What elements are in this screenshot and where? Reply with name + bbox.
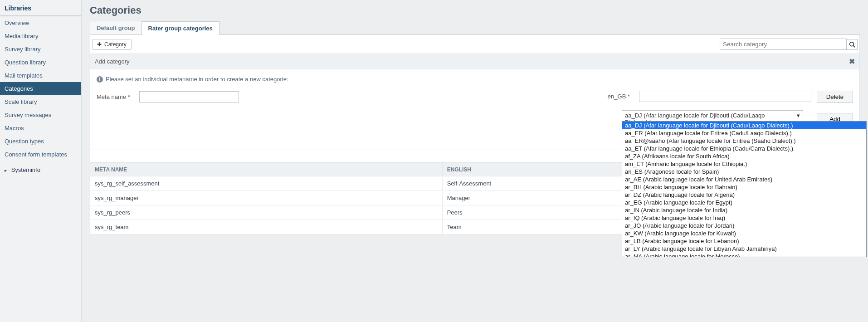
language-option[interactable]: ar_IN (Arabic language locale for India) <box>622 206 866 214</box>
sidebar: Libraries OverviewMedia librarySurvey li… <box>0 0 82 322</box>
cell-meta: sys_rg_manager <box>90 191 443 205</box>
meta-name-input[interactable] <box>139 91 239 102</box>
language-option[interactable]: aa_DJ (Afar language locale for Djibouti… <box>622 122 866 129</box>
svg-point-0 <box>849 42 853 46</box>
language-option[interactable]: aa_ET (Afar language locale for Ethiopia… <box>622 145 866 152</box>
sidebar-item-consent-form-templates[interactable]: Consent form templates <box>0 148 81 161</box>
language-option[interactable]: af_ZA (Afrikaans locale for South Africa… <box>622 152 866 160</box>
sidebar-list: OverviewMedia librarySurvey libraryQuest… <box>0 16 81 161</box>
language-option[interactable]: ar_EG (Arabic language locale for Egypt) <box>622 199 866 206</box>
panel-title: Add category <box>95 58 130 65</box>
sidebar-item-mail-templates[interactable]: Mail templates <box>0 69 81 82</box>
meta-name-label: Meta name * <box>97 93 130 100</box>
sidebar-item-macros[interactable]: Macros <box>0 122 81 135</box>
tabs: Default groupRater group categories <box>90 21 860 35</box>
cell-meta: sys_rg_team <box>90 220 443 234</box>
locale-label: en_GB * <box>608 93 630 100</box>
sidebar-item-overview[interactable]: Overview <box>0 16 81 29</box>
panel-body: i Please set an individual metaname in o… <box>90 69 860 150</box>
info-line: i Please set an individual metaname in o… <box>97 76 853 83</box>
info-text: Please set an individual metaname in ord… <box>106 76 288 83</box>
toolbar: ✚ Category <box>90 35 860 54</box>
cell-meta: sys_rg_peers <box>90 205 443 220</box>
cell-meta: sys_rg_self_assessment <box>90 176 443 191</box>
add-category-button[interactable]: ✚ Category <box>92 39 132 50</box>
sidebar-item-question-types[interactable]: Question types <box>0 135 81 148</box>
tab-default-group[interactable]: Default group <box>90 21 142 34</box>
language-option[interactable]: ar_JO (Arabic language locale for Jordan… <box>622 222 866 229</box>
sidebar-item-categories[interactable]: Categories <box>0 82 81 95</box>
language-dropdown[interactable]: aa_DJ (Afar language locale for Djibouti… <box>622 121 867 257</box>
page-title: Categories <box>90 5 860 16</box>
sidebar-item-question-library[interactable]: Question library <box>0 56 81 69</box>
language-option[interactable]: an_ES (Aragonese locale for Spain) <box>622 168 866 176</box>
svg-line-1 <box>853 45 855 47</box>
search-input[interactable] <box>720 39 847 50</box>
caret-right-icon: ▸ <box>5 168 7 173</box>
sidebar-item-scale-library[interactable]: Scale library <box>0 95 81 108</box>
tab-rater-group-categories[interactable]: Rater group categories <box>141 21 219 35</box>
language-option[interactable]: ar_BH (Arabic language locale for Bahrai… <box>622 183 866 191</box>
language-option[interactable]: ar_DZ (Arabic language locale for Algeri… <box>622 191 866 199</box>
language-option[interactable]: ar_LB (Arabic language locale for Lebano… <box>622 237 866 245</box>
col-meta[interactable]: META NAME <box>90 163 443 176</box>
language-option[interactable]: ar_AE (Arabic language locale for United… <box>622 176 866 183</box>
language-select-wrap: aa_DJ (Afar language locale for Djibouti… <box>622 110 803 127</box>
delete-button[interactable]: Delete <box>817 91 853 103</box>
language-option[interactable]: aa_ER (Afar language locale for Eritrea … <box>622 129 866 137</box>
language-option[interactable]: aa_ER@saaho (Afar language locale for Er… <box>622 137 866 145</box>
language-option[interactable]: ar_IQ (Arabic language locale for Iraq) <box>622 214 866 222</box>
plus-icon: ✚ <box>97 41 102 48</box>
sidebar-section-label: Systeminfo <box>11 166 40 173</box>
sidebar-title: Libraries <box>0 0 81 16</box>
main: Categories Default groupRater group cate… <box>82 0 868 322</box>
panel-header: Add category ✖ <box>90 54 860 69</box>
language-option[interactable]: am_ET (Amharic language locale for Ethio… <box>622 160 866 168</box>
language-option[interactable]: ar_KW (Arabic language locale for Kuwait… <box>622 229 866 237</box>
locale-input[interactable] <box>639 91 811 102</box>
sidebar-item-survey-library[interactable]: Survey library <box>0 43 81 56</box>
info-icon: i <box>97 76 103 83</box>
language-option[interactable]: ar_MA (Arabic language locale for Morocc… <box>622 253 866 257</box>
language-option[interactable]: ar_LY (Arabic language locale for Libyan… <box>622 245 866 253</box>
sidebar-item-media-library[interactable]: Media library <box>0 29 81 43</box>
sidebar-item-survey-messages[interactable]: Survey messages <box>0 108 81 122</box>
search-wrap <box>720 39 858 50</box>
close-panel-button[interactable]: ✖ <box>849 57 855 66</box>
add-category-label: Category <box>104 41 127 48</box>
search-button[interactable] <box>847 39 858 50</box>
sidebar-section-systeminfo[interactable]: ▸ Systeminfo <box>0 161 81 179</box>
search-icon <box>849 41 855 48</box>
